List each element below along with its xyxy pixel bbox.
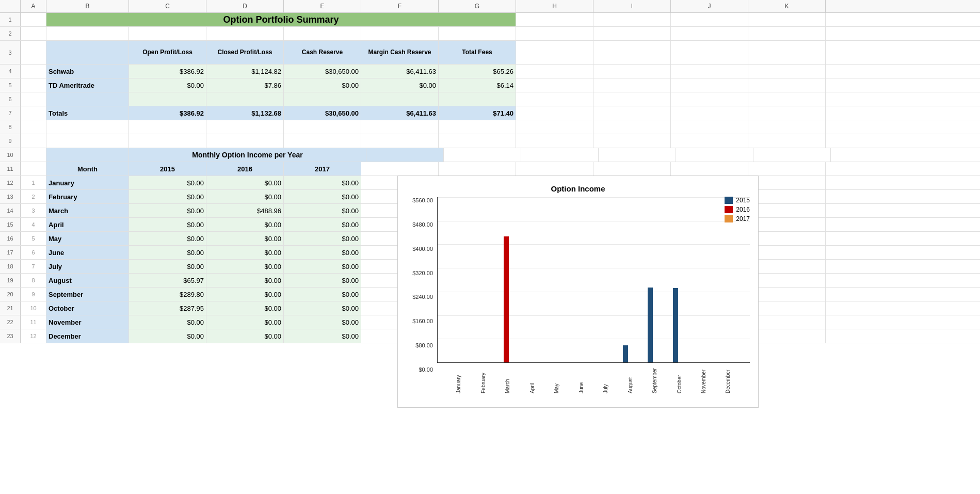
cell-1a[interactable]	[21, 13, 46, 26]
cell-2k[interactable]	[748, 27, 826, 40]
cell-5h[interactable]	[516, 78, 593, 92]
cell-16k[interactable]	[748, 232, 826, 245]
cell-12k[interactable]	[748, 176, 826, 189]
cell-5i[interactable]	[593, 78, 671, 92]
cell-5k[interactable]	[748, 78, 826, 92]
cell-3i[interactable]	[593, 41, 671, 64]
cell-5j[interactable]	[671, 78, 748, 92]
cell-2f[interactable]	[361, 27, 439, 40]
cell-7a[interactable]	[21, 106, 46, 120]
cell-2d[interactable]	[206, 27, 284, 40]
cell-9i[interactable]	[593, 134, 671, 148]
cell-2a[interactable]	[21, 27, 46, 40]
cell-15k[interactable]	[748, 218, 826, 231]
cell-2g[interactable]	[439, 27, 516, 40]
x-axis-label: August	[628, 365, 633, 393]
cell-8i[interactable]	[593, 120, 671, 134]
cell-4j[interactable]	[671, 65, 748, 78]
cell-1k[interactable]	[748, 13, 826, 26]
cell-7i[interactable]	[593, 106, 671, 120]
cell-6b[interactable]	[46, 92, 129, 106]
cell-18k[interactable]	[748, 260, 826, 273]
cell-7k[interactable]	[748, 106, 826, 120]
cell-10h[interactable]	[521, 148, 599, 162]
cell-10g[interactable]	[444, 148, 521, 162]
cell-10i[interactable]	[599, 148, 676, 162]
cell-8a[interactable]	[21, 120, 46, 134]
cell-8f[interactable]	[361, 120, 439, 134]
cell-6f[interactable]	[361, 92, 439, 106]
cell-6i[interactable]	[593, 92, 671, 106]
cell-9h[interactable]	[516, 134, 593, 148]
cell-8c[interactable]	[129, 120, 206, 134]
cell-19k[interactable]	[748, 274, 826, 287]
cell-8g[interactable]	[439, 120, 516, 134]
cell-6c[interactable]	[129, 92, 206, 106]
cell-2e[interactable]	[284, 27, 361, 40]
cell-11h[interactable]	[516, 162, 593, 176]
cell-8k[interactable]	[748, 120, 826, 134]
cell-1h[interactable]	[516, 13, 593, 26]
cell-6e[interactable]	[284, 92, 361, 106]
cell-11j[interactable]	[671, 162, 748, 176]
cell-4i[interactable]	[593, 65, 671, 78]
cell-10a[interactable]	[21, 148, 46, 162]
cell-8h[interactable]	[516, 120, 593, 134]
cell-10k[interactable]	[753, 148, 831, 162]
cell-8e[interactable]	[284, 120, 361, 134]
cell-8d[interactable]	[206, 120, 284, 134]
cell-13k[interactable]	[748, 190, 826, 203]
cell-2b[interactable]	[46, 27, 129, 40]
cell-6j[interactable]	[671, 92, 748, 106]
cell-6a[interactable]	[21, 92, 46, 106]
cell-3h[interactable]	[516, 41, 593, 64]
cell-6g[interactable]	[439, 92, 516, 106]
cell-9c[interactable]	[129, 134, 206, 148]
cell-7h[interactable]	[516, 106, 593, 120]
cell-14k[interactable]	[748, 204, 826, 217]
cell-9j[interactable]	[671, 134, 748, 148]
cell-8j[interactable]	[671, 120, 748, 134]
cell-16e: $0.00	[284, 232, 361, 245]
cell-11g[interactable]	[439, 162, 516, 176]
cell-3a[interactable]	[21, 41, 46, 64]
cell-4k[interactable]	[748, 65, 826, 78]
cell-20k[interactable]	[748, 288, 826, 301]
cell-2h[interactable]	[516, 27, 593, 40]
cell-17k[interactable]	[748, 246, 826, 259]
cell-22k[interactable]	[748, 315, 826, 329]
cell-2j[interactable]	[671, 27, 748, 40]
cell-3k[interactable]	[748, 41, 826, 64]
cell-11a[interactable]	[21, 162, 46, 176]
cell-8b[interactable]	[46, 120, 129, 134]
cell-9e[interactable]	[284, 134, 361, 148]
cell-11k[interactable]	[748, 162, 826, 176]
cell-7j[interactable]	[671, 106, 748, 120]
column-headers: A B C D E F G H I J K	[0, 0, 980, 13]
cell-9d[interactable]	[206, 134, 284, 148]
cell-3j[interactable]	[671, 41, 748, 64]
cell-23k[interactable]	[748, 329, 826, 343]
cell-9a[interactable]	[21, 134, 46, 148]
cell-9k[interactable]	[748, 134, 826, 148]
cell-5g: $6.14	[439, 78, 516, 92]
cell-6d[interactable]	[206, 92, 284, 106]
cell-2i[interactable]	[593, 27, 671, 40]
cell-10j[interactable]	[676, 148, 753, 162]
cell-11f[interactable]	[361, 162, 439, 176]
cell-1j[interactable]	[671, 13, 748, 26]
row-2: 2	[0, 27, 980, 41]
cell-4a[interactable]	[21, 65, 46, 78]
cell-4h[interactable]	[516, 65, 593, 78]
cell-2c[interactable]	[129, 27, 206, 40]
cell-1i[interactable]	[593, 13, 671, 26]
cell-9g[interactable]	[439, 134, 516, 148]
cell-9f[interactable]	[361, 134, 439, 148]
cell-6k[interactable]	[748, 92, 826, 106]
cell-11i[interactable]	[593, 162, 671, 176]
cell-5a[interactable]	[21, 78, 46, 92]
cell-21k[interactable]	[748, 301, 826, 315]
cell-6h[interactable]	[516, 92, 593, 106]
cell-9b[interactable]	[46, 134, 129, 148]
col-header-b: B	[46, 0, 129, 12]
